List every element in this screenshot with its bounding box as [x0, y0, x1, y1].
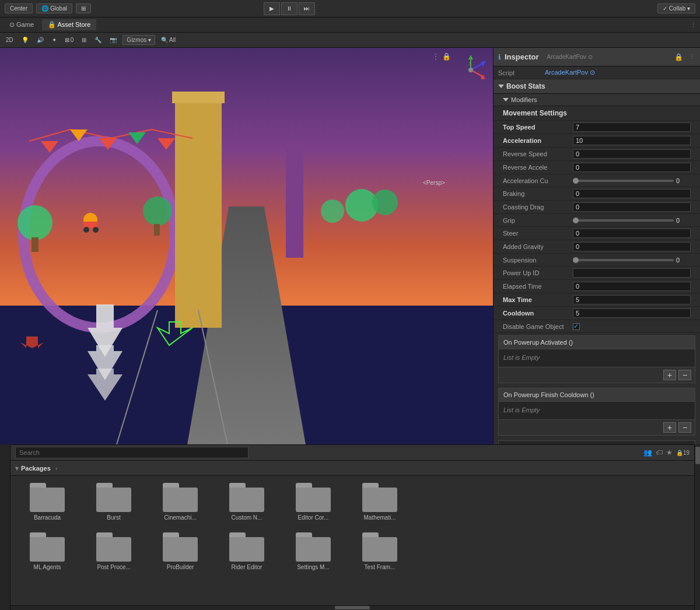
grip-track	[573, 219, 674, 222]
horizontal-scrollbar[interactable]	[10, 605, 694, 610]
settings-m-label: Settings M...	[297, 564, 330, 570]
added-gravity-input[interactable]	[573, 242, 691, 251]
light-toggle[interactable]: 💡	[19, 36, 31, 44]
bottom-vertical-scrollbar[interactable]	[694, 444, 700, 610]
grid-button[interactable]: ⊞	[76, 3, 91, 13]
package-cinemachi[interactable]: Cinemachi...	[148, 478, 212, 525]
event1-add-button[interactable]: +	[663, 370, 676, 380]
package-test-fram[interactable]: Test Fram...	[348, 528, 412, 575]
package-burst[interactable]: Burst	[82, 478, 146, 525]
cooldown-input[interactable]	[573, 308, 691, 318]
grip-slider[interactable]: 0	[573, 217, 691, 224]
star-icon[interactable]: ★	[666, 448, 673, 457]
search-input[interactable]	[15, 447, 249, 458]
grid-icon: ⊞	[81, 5, 86, 12]
power-up-id-input[interactable]	[573, 268, 691, 278]
search-scene-button[interactable]: 🔍 All	[159, 36, 178, 44]
braking-input[interactable]	[573, 189, 691, 198]
inspector-lock-icon[interactable]: 🔒	[674, 53, 683, 61]
folder-body	[229, 537, 264, 562]
rider-editor-label: Rider Editor	[232, 564, 262, 570]
package-barracuda[interactable]: Barracuda	[15, 478, 79, 525]
center-button[interactable]: Center	[5, 3, 33, 13]
package-settings-m[interactable]: Settings M...	[281, 528, 345, 575]
gizmos-label: Gizmos ▾	[127, 37, 151, 43]
boost-stats-header[interactable]: Boost Stats	[494, 79, 700, 94]
horizontal-scrollbar-thumb	[335, 606, 370, 609]
cinemachi-label: Cinemachi...	[164, 514, 197, 521]
layers-icon: ⊠	[65, 37, 69, 43]
packages-title[interactable]: Packages	[21, 465, 51, 472]
bottom-scrollbar-thumb	[695, 447, 700, 464]
packages-collapse-icon[interactable]: ▾	[15, 464, 19, 472]
global-button[interactable]: 🌐 Global	[36, 3, 72, 13]
package-rider-editor[interactable]: Rider Editor	[215, 528, 279, 575]
prop-cooldown: Cooldown	[494, 307, 700, 320]
acceleration-cu-track	[573, 180, 674, 182]
play-button[interactable]: ▶	[264, 2, 280, 15]
folder-body	[296, 537, 331, 562]
package-editor-cor[interactable]: Editor Cor...	[281, 478, 345, 525]
added-gravity-label: Added Gravity	[503, 243, 573, 250]
disable-game-object-checkbox[interactable]	[573, 323, 580, 330]
step-button[interactable]: ⏭	[299, 2, 315, 15]
rider-editor-folder-icon	[229, 532, 264, 562]
top-bar: Center 🌐 Global ⊞ ▶ ⏸ ⏭ ✓ Collab ▾	[0, 0, 700, 17]
audio-toggle[interactable]: 🔊	[34, 36, 46, 44]
event2-remove-button[interactable]: −	[678, 422, 691, 433]
scene-lock-icon[interactable]: 🔒	[442, 52, 451, 61]
steer-input[interactable]	[573, 229, 691, 238]
on-powerup-finish-cooldown-body: List is Empty	[499, 402, 695, 419]
effects-toggle[interactable]: ✦	[50, 36, 59, 44]
acceleration-cu-slider[interactable]: 0	[573, 177, 691, 184]
reverse-speed-input[interactable]	[573, 149, 691, 159]
modifiers-title: Modifiers	[511, 96, 537, 103]
disable-game-object-label: Disable Game Object	[503, 323, 573, 330]
scene-view[interactable]: <Persp> y x z	[0, 48, 493, 444]
reverse-accele-input[interactable]	[573, 163, 691, 172]
inspector-more-icon[interactable]: ⋮	[689, 53, 695, 61]
folder-body	[163, 488, 198, 512]
top-speed-input[interactable]	[573, 122, 691, 132]
editor-cor-label: Editor Cor...	[298, 514, 329, 521]
max-time-input[interactable]	[573, 295, 691, 304]
axis-gizmo: y x z	[453, 52, 488, 87]
pause-button[interactable]: ⏸	[281, 2, 298, 15]
package-custom[interactable]: Custom N...	[215, 478, 279, 525]
max-time-label: Max Time	[503, 296, 573, 303]
folder-body	[229, 488, 264, 512]
editor-cor-folder-icon	[296, 483, 331, 512]
tab-asset-store[interactable]: 🔒 Asset Store	[42, 19, 96, 30]
package-ml-agents[interactable]: ML Agents	[15, 528, 79, 575]
2d-toggle[interactable]: 2D	[4, 36, 16, 44]
prop-grip: Grip 0	[494, 214, 700, 227]
package-post-proce[interactable]: Post Proce...	[82, 528, 146, 575]
camera-button[interactable]: 📷	[107, 36, 119, 44]
settings-m-folder-icon	[296, 532, 331, 562]
people-icon[interactable]: 👥	[643, 448, 652, 457]
tag-icon[interactable]: 🏷	[656, 448, 663, 457]
scene-menu-icon[interactable]: ⋮	[432, 52, 439, 61]
tab-menu-icon[interactable]: ⋮	[690, 21, 696, 29]
svg-text:y: y	[469, 60, 471, 65]
tab-game[interactable]: ⊙ Game	[4, 19, 40, 30]
package-mathemati[interactable]: Mathemati...	[348, 478, 412, 525]
grid-toggle[interactable]: ⊞	[79, 36, 89, 44]
collab-button[interactable]: ✓ Collab ▾	[657, 3, 695, 13]
event1-remove-button[interactable]: −	[678, 370, 691, 380]
svg-text:z: z	[484, 59, 486, 64]
elapsed-time-input[interactable]	[573, 282, 691, 291]
layers-button[interactable]: ⊠ 0	[62, 36, 76, 44]
suspension-value: 0	[676, 257, 691, 264]
gizmos-button[interactable]: Gizmos ▾	[123, 35, 155, 45]
mathemati-folder-icon	[362, 483, 397, 512]
package-probuilder[interactable]: ProBuilder	[148, 528, 212, 575]
acceleration-input[interactable]	[573, 136, 691, 145]
tools-button[interactable]: 🔧	[92, 36, 104, 44]
modifiers-header[interactable]: Modifiers	[494, 94, 700, 106]
script-value[interactable]: ArcadeKartPov ⊙	[545, 69, 595, 76]
coasting-drag-input[interactable]	[573, 202, 691, 212]
event2-add-button[interactable]: +	[663, 422, 676, 433]
suspension-slider[interactable]: 0	[573, 257, 691, 264]
suspension-track	[573, 259, 674, 261]
